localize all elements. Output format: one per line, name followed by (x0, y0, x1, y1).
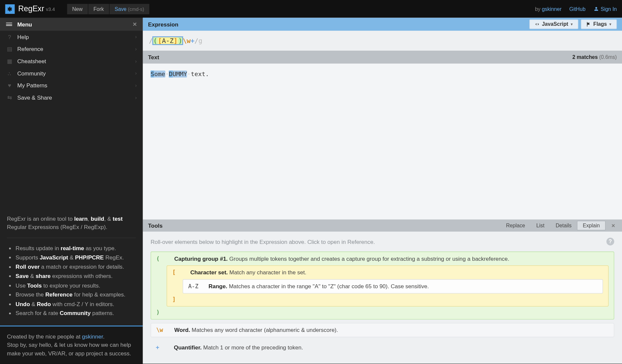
sidebar-item-label: Community (17, 70, 46, 76)
sidebar-item-community[interactable]: ⛬Community› (0, 67, 143, 79)
tool-tab-explain[interactable]: Explain (577, 221, 606, 230)
chevron-right-icon: › (135, 34, 137, 39)
signin-link[interactable]: Sign In (593, 6, 617, 12)
explain-word[interactable]: \w Word. Matches any word character (alp… (151, 323, 614, 337)
menu-header: Menu × (0, 18, 143, 31)
about-bullet: Results update in real-time as you type. (16, 244, 136, 252)
explain-quantifier[interactable]: + Quantifier. Match 1 or more of the pre… (151, 341, 614, 354)
save-button-hint: (cmd-s) (128, 6, 144, 12)
sidebar-item-label: Cheatsheet (17, 58, 46, 65)
save-button-label: Save (114, 6, 126, 12)
sidebar-item-label: Help (17, 33, 29, 40)
text-input[interactable]: Some·DUMMY·text. (143, 64, 622, 219)
document-icon: ▦ (6, 58, 13, 65)
expr-group-open: ( (153, 37, 157, 45)
expression-input[interactable]: / ([A-Z]) \w+/g (143, 31, 622, 51)
tools-hint-text: Roll-over elements below to highlight in… (151, 238, 375, 245)
explain-range[interactable]: A-Z Range. Matches a character in the ra… (183, 279, 603, 294)
user-icon (593, 6, 599, 12)
flags-dropdown[interactable]: Flags ▼ (581, 20, 617, 29)
fork-button[interactable]: Fork (88, 4, 109, 14)
tools-title: Tools (148, 222, 162, 229)
explain-charset[interactable]: [ Character set. Match any character in … (167, 265, 609, 306)
sidebar-item-label: My Patterns (17, 82, 47, 89)
expr-group-close: ) (178, 37, 183, 45)
about-bullet: Use Tools to explore your results. (16, 281, 136, 290)
new-button[interactable]: New (67, 4, 88, 14)
chevron-right-icon: › (135, 83, 137, 88)
chevron-down-icon: ▼ (609, 22, 612, 26)
chevron-right-icon: › (135, 70, 137, 76)
about-panel: RegExr is an online tool to learn, build… (0, 207, 143, 325)
share-icon: ⇆ (6, 94, 13, 101)
sidebar-item-cheatsheet[interactable]: ▦Cheatsheet› (0, 55, 143, 67)
chevron-right-icon: › (135, 95, 137, 100)
footer-created: Created by the nice people at gskinner. (7, 332, 136, 341)
logo-icon: ✱ (5, 4, 15, 14)
sidebar-item-reference[interactable]: ▤Reference› (0, 43, 143, 55)
heart-icon: ♥ (6, 82, 13, 89)
about-bullet: Undo & Redo with cmd-Z / Y in editors. (16, 300, 136, 308)
tool-tab-details[interactable]: Details (550, 221, 577, 230)
sidebar-item-my-patterns[interactable]: ♥My Patterns› (0, 79, 143, 91)
github-link[interactable]: GitHub (569, 6, 586, 12)
about-intro: RegExr is an online tool to learn, build… (7, 214, 136, 231)
explain-charset-close: ] (172, 296, 182, 303)
sidebar-item-help[interactable]: ?Help› (0, 31, 143, 43)
expr-charset-close: ] (174, 37, 178, 45)
about-bullet: Roll over a match or expression for deta… (16, 262, 136, 271)
tools-help-button[interactable]: ? (606, 238, 614, 246)
explain-group-close: ) (156, 309, 166, 316)
expr-range: A-Z (162, 37, 173, 45)
book-icon: ▤ (6, 45, 13, 52)
about-bullet: Browse the Reference for help & examples… (16, 291, 136, 299)
signin-label: Sign In (600, 6, 617, 12)
chevron-right-icon: › (135, 46, 137, 52)
footer-line2: Stop by, say hello, & let us know how we… (7, 341, 136, 358)
tools-body: Roll-over elements below to highlight in… (143, 232, 622, 364)
flavor-dropdown[interactable]: JavaScript ▼ (529, 20, 578, 29)
version-label: v3.4 (46, 6, 55, 12)
tools-close-button[interactable]: × (610, 222, 617, 229)
flag-icon (586, 21, 592, 27)
menu-title: Menu (17, 21, 32, 27)
explain-group[interactable]: ( Capturing group #1. Groups multiple to… (151, 251, 614, 319)
menu-close-button[interactable]: × (133, 20, 137, 28)
help-circle-icon: ? (6, 33, 13, 40)
expr-charset-open: [ (158, 37, 162, 45)
author-link[interactable]: gskinner (542, 6, 561, 12)
expression-title: Expression (148, 21, 178, 27)
text-title: Text (148, 54, 159, 61)
sidebar-item-save-share[interactable]: ⇆Save & Share› (0, 91, 143, 104)
about-bullet: Supports JavaScript & PHP/PCRE RegEx. (16, 253, 136, 262)
about-bullet: Search for & rate Community patterns. (16, 309, 136, 318)
flags-label: Flags (593, 21, 607, 27)
code-icon (534, 21, 540, 27)
tools-header: Tools ReplaceListDetailsExplain × (143, 219, 622, 232)
expr-flags: g (199, 37, 202, 45)
menu-list-icon (6, 23, 13, 26)
gskinner-link[interactable]: gskinner (82, 333, 103, 340)
expr-word-class: \w (183, 37, 191, 45)
text-header: Text 2 matches (0.6ms) (143, 51, 622, 64)
save-button[interactable]: Save (cmd-s) (110, 4, 149, 14)
expression-header: Expression JavaScript ▼ Flags ▼ (143, 18, 622, 31)
about-bullet: Save & share expressions with others. (16, 272, 136, 281)
people-icon: ⛬ (6, 70, 13, 77)
flavor-label: JavaScript (542, 21, 568, 27)
match-count: 2 matches (0.6ms) (572, 54, 617, 60)
sidebar-footer: Created by the nice people at gskinner. … (0, 325, 143, 364)
sidebar-item-label: Save & Share (17, 94, 52, 101)
tool-tab-list[interactable]: List (531, 221, 550, 230)
brand-name: RegExr (18, 4, 44, 13)
main-content: Expression JavaScript ▼ Flags ▼ / (143, 18, 622, 364)
sidebar: Menu × ?Help›▤Reference›▦Cheatsheet›⛬Com… (0, 18, 143, 364)
tool-tab-replace[interactable]: Replace (500, 221, 531, 230)
app-header: ✱ RegExr v3.4 New Fork Save (cmd-s) by g… (0, 0, 622, 18)
expr-quantifier: + (191, 37, 195, 45)
by-label: by gskinner (535, 6, 561, 12)
sidebar-item-label: Reference (17, 46, 43, 52)
chevron-down-icon: ▼ (570, 22, 573, 26)
chevron-right-icon: › (135, 59, 137, 64)
